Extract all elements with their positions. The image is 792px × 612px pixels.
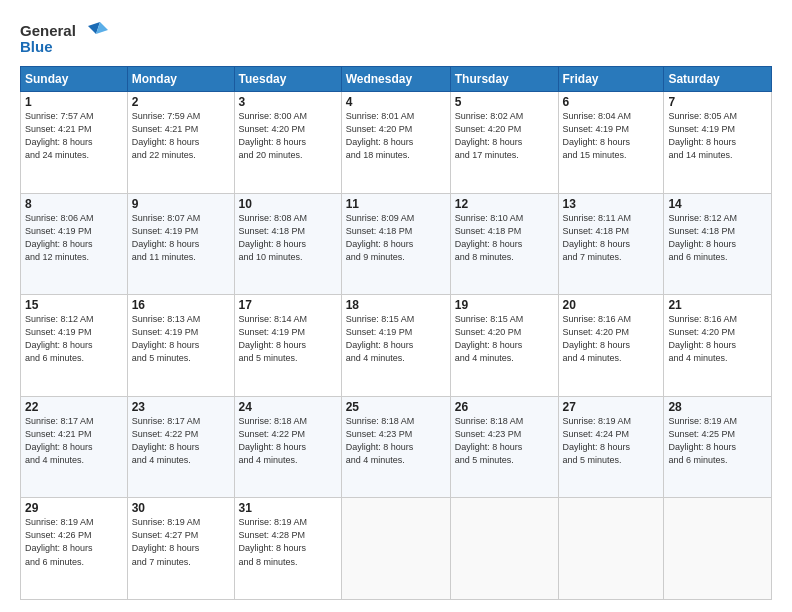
day-info: Sunrise: 7:57 AM Sunset: 4:21 PM Dayligh… bbox=[25, 110, 123, 162]
day-info: Sunrise: 8:11 AM Sunset: 4:18 PM Dayligh… bbox=[563, 212, 660, 264]
day-info: Sunrise: 8:16 AM Sunset: 4:20 PM Dayligh… bbox=[563, 313, 660, 365]
weekday-header-sunday: Sunday bbox=[21, 67, 128, 92]
day-info: Sunrise: 7:59 AM Sunset: 4:21 PM Dayligh… bbox=[132, 110, 230, 162]
svg-text:Blue: Blue bbox=[20, 38, 53, 55]
calendar-body: 1Sunrise: 7:57 AM Sunset: 4:21 PM Daylig… bbox=[21, 92, 772, 600]
calendar-cell: 31Sunrise: 8:19 AM Sunset: 4:28 PM Dayli… bbox=[234, 498, 341, 600]
calendar-table: SundayMondayTuesdayWednesdayThursdayFrid… bbox=[20, 66, 772, 600]
day-number: 2 bbox=[132, 95, 230, 109]
day-info: Sunrise: 8:10 AM Sunset: 4:18 PM Dayligh… bbox=[455, 212, 554, 264]
logo: General Blue bbox=[20, 18, 110, 56]
day-info: Sunrise: 8:00 AM Sunset: 4:20 PM Dayligh… bbox=[239, 110, 337, 162]
weekday-header-wednesday: Wednesday bbox=[341, 67, 450, 92]
day-info: Sunrise: 8:18 AM Sunset: 4:23 PM Dayligh… bbox=[346, 415, 446, 467]
day-info: Sunrise: 8:16 AM Sunset: 4:20 PM Dayligh… bbox=[668, 313, 767, 365]
calendar-cell: 23Sunrise: 8:17 AM Sunset: 4:22 PM Dayli… bbox=[127, 396, 234, 498]
calendar-cell: 27Sunrise: 8:19 AM Sunset: 4:24 PM Dayli… bbox=[558, 396, 664, 498]
calendar-cell: 4Sunrise: 8:01 AM Sunset: 4:20 PM Daylig… bbox=[341, 92, 450, 194]
calendar-cell: 19Sunrise: 8:15 AM Sunset: 4:20 PM Dayli… bbox=[450, 295, 558, 397]
day-info: Sunrise: 8:17 AM Sunset: 4:21 PM Dayligh… bbox=[25, 415, 123, 467]
day-info: Sunrise: 8:19 AM Sunset: 4:24 PM Dayligh… bbox=[563, 415, 660, 467]
calendar-cell bbox=[558, 498, 664, 600]
day-number: 25 bbox=[346, 400, 446, 414]
calendar-cell bbox=[341, 498, 450, 600]
svg-text:General: General bbox=[20, 22, 76, 39]
day-info: Sunrise: 8:01 AM Sunset: 4:20 PM Dayligh… bbox=[346, 110, 446, 162]
calendar-cell: 1Sunrise: 7:57 AM Sunset: 4:21 PM Daylig… bbox=[21, 92, 128, 194]
calendar-cell: 5Sunrise: 8:02 AM Sunset: 4:20 PM Daylig… bbox=[450, 92, 558, 194]
day-info: Sunrise: 8:12 AM Sunset: 4:18 PM Dayligh… bbox=[668, 212, 767, 264]
day-number: 14 bbox=[668, 197, 767, 211]
day-number: 24 bbox=[239, 400, 337, 414]
calendar-week-5: 29Sunrise: 8:19 AM Sunset: 4:26 PM Dayli… bbox=[21, 498, 772, 600]
day-info: Sunrise: 8:15 AM Sunset: 4:19 PM Dayligh… bbox=[346, 313, 446, 365]
calendar-cell: 3Sunrise: 8:00 AM Sunset: 4:20 PM Daylig… bbox=[234, 92, 341, 194]
day-number: 20 bbox=[563, 298, 660, 312]
day-info: Sunrise: 8:18 AM Sunset: 4:23 PM Dayligh… bbox=[455, 415, 554, 467]
calendar-cell: 29Sunrise: 8:19 AM Sunset: 4:26 PM Dayli… bbox=[21, 498, 128, 600]
calendar-week-4: 22Sunrise: 8:17 AM Sunset: 4:21 PM Dayli… bbox=[21, 396, 772, 498]
day-info: Sunrise: 8:14 AM Sunset: 4:19 PM Dayligh… bbox=[239, 313, 337, 365]
day-info: Sunrise: 8:06 AM Sunset: 4:19 PM Dayligh… bbox=[25, 212, 123, 264]
day-number: 21 bbox=[668, 298, 767, 312]
logo-icon: General Blue bbox=[20, 18, 110, 56]
calendar-cell: 20Sunrise: 8:16 AM Sunset: 4:20 PM Dayli… bbox=[558, 295, 664, 397]
weekday-header-saturday: Saturday bbox=[664, 67, 772, 92]
day-number: 1 bbox=[25, 95, 123, 109]
page: General Blue SundayMondayTuesdayWednesda… bbox=[0, 0, 792, 612]
day-info: Sunrise: 8:15 AM Sunset: 4:20 PM Dayligh… bbox=[455, 313, 554, 365]
day-number: 4 bbox=[346, 95, 446, 109]
day-number: 9 bbox=[132, 197, 230, 211]
calendar-cell: 14Sunrise: 8:12 AM Sunset: 4:18 PM Dayli… bbox=[664, 193, 772, 295]
weekday-header-friday: Friday bbox=[558, 67, 664, 92]
day-info: Sunrise: 8:17 AM Sunset: 4:22 PM Dayligh… bbox=[132, 415, 230, 467]
calendar-cell: 11Sunrise: 8:09 AM Sunset: 4:18 PM Dayli… bbox=[341, 193, 450, 295]
day-number: 30 bbox=[132, 501, 230, 515]
weekday-header-thursday: Thursday bbox=[450, 67, 558, 92]
day-info: Sunrise: 8:19 AM Sunset: 4:25 PM Dayligh… bbox=[668, 415, 767, 467]
calendar-header: SundayMondayTuesdayWednesdayThursdayFrid… bbox=[21, 67, 772, 92]
day-number: 5 bbox=[455, 95, 554, 109]
day-info: Sunrise: 8:02 AM Sunset: 4:20 PM Dayligh… bbox=[455, 110, 554, 162]
day-info: Sunrise: 8:19 AM Sunset: 4:28 PM Dayligh… bbox=[239, 516, 337, 568]
calendar-cell: 13Sunrise: 8:11 AM Sunset: 4:18 PM Dayli… bbox=[558, 193, 664, 295]
day-number: 26 bbox=[455, 400, 554, 414]
day-info: Sunrise: 8:19 AM Sunset: 4:27 PM Dayligh… bbox=[132, 516, 230, 568]
day-number: 13 bbox=[563, 197, 660, 211]
calendar-cell: 26Sunrise: 8:18 AM Sunset: 4:23 PM Dayli… bbox=[450, 396, 558, 498]
weekday-header-row: SundayMondayTuesdayWednesdayThursdayFrid… bbox=[21, 67, 772, 92]
calendar-cell: 21Sunrise: 8:16 AM Sunset: 4:20 PM Dayli… bbox=[664, 295, 772, 397]
calendar-cell: 22Sunrise: 8:17 AM Sunset: 4:21 PM Dayli… bbox=[21, 396, 128, 498]
calendar-cell: 7Sunrise: 8:05 AM Sunset: 4:19 PM Daylig… bbox=[664, 92, 772, 194]
day-number: 31 bbox=[239, 501, 337, 515]
calendar-cell bbox=[450, 498, 558, 600]
calendar-cell: 24Sunrise: 8:18 AM Sunset: 4:22 PM Dayli… bbox=[234, 396, 341, 498]
day-number: 19 bbox=[455, 298, 554, 312]
day-number: 15 bbox=[25, 298, 123, 312]
calendar-week-1: 1Sunrise: 7:57 AM Sunset: 4:21 PM Daylig… bbox=[21, 92, 772, 194]
day-number: 23 bbox=[132, 400, 230, 414]
day-info: Sunrise: 8:18 AM Sunset: 4:22 PM Dayligh… bbox=[239, 415, 337, 467]
day-number: 8 bbox=[25, 197, 123, 211]
day-number: 22 bbox=[25, 400, 123, 414]
day-info: Sunrise: 8:05 AM Sunset: 4:19 PM Dayligh… bbox=[668, 110, 767, 162]
calendar-week-3: 15Sunrise: 8:12 AM Sunset: 4:19 PM Dayli… bbox=[21, 295, 772, 397]
calendar-cell: 6Sunrise: 8:04 AM Sunset: 4:19 PM Daylig… bbox=[558, 92, 664, 194]
calendar-cell: 25Sunrise: 8:18 AM Sunset: 4:23 PM Dayli… bbox=[341, 396, 450, 498]
day-number: 28 bbox=[668, 400, 767, 414]
calendar-cell: 8Sunrise: 8:06 AM Sunset: 4:19 PM Daylig… bbox=[21, 193, 128, 295]
calendar-cell: 28Sunrise: 8:19 AM Sunset: 4:25 PM Dayli… bbox=[664, 396, 772, 498]
day-number: 27 bbox=[563, 400, 660, 414]
calendar-cell: 18Sunrise: 8:15 AM Sunset: 4:19 PM Dayli… bbox=[341, 295, 450, 397]
day-info: Sunrise: 8:04 AM Sunset: 4:19 PM Dayligh… bbox=[563, 110, 660, 162]
day-number: 3 bbox=[239, 95, 337, 109]
day-number: 16 bbox=[132, 298, 230, 312]
day-info: Sunrise: 8:13 AM Sunset: 4:19 PM Dayligh… bbox=[132, 313, 230, 365]
day-number: 11 bbox=[346, 197, 446, 211]
calendar-cell bbox=[664, 498, 772, 600]
calendar-cell: 15Sunrise: 8:12 AM Sunset: 4:19 PM Dayli… bbox=[21, 295, 128, 397]
day-number: 12 bbox=[455, 197, 554, 211]
day-number: 29 bbox=[25, 501, 123, 515]
day-info: Sunrise: 8:12 AM Sunset: 4:19 PM Dayligh… bbox=[25, 313, 123, 365]
weekday-header-monday: Monday bbox=[127, 67, 234, 92]
